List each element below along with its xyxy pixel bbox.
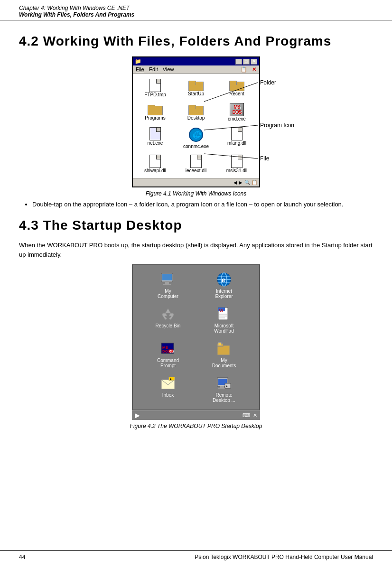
svg-text:e: e bbox=[222, 276, 225, 284]
desktop-item-recycle[interactable]: Recycle Bin bbox=[142, 305, 194, 335]
menu-icon[interactable]: 📋 bbox=[241, 66, 247, 73]
globe-icon: 🌐 bbox=[189, 128, 203, 142]
page-number: 44 bbox=[19, 554, 25, 560]
svg-text:C:\: C:\ bbox=[169, 350, 174, 353]
ie-label: InternetExplorer bbox=[215, 289, 233, 299]
svg-text:▸: ▸ bbox=[226, 384, 228, 388]
desktop-item-command-prompt[interactable]: MS DOS C:\ CommandPrompt bbox=[142, 339, 194, 370]
file-explorer-window: 📁 _ □ ✕ File Edit View 📋 ✕ bbox=[132, 56, 260, 187]
bullet-list: Double-tap on the appropriate icon – a f… bbox=[19, 200, 373, 209]
svg-text:Folder: Folder bbox=[260, 79, 276, 86]
start-icon: ▶ bbox=[135, 411, 140, 419]
recycle-label: Recycle Bin bbox=[156, 323, 181, 328]
wordpad-icon: W bbox=[216, 307, 232, 322]
file-item-netexe[interactable]: net.exe bbox=[136, 125, 175, 151]
file-item-mlang[interactable]: mlang.dll bbox=[217, 125, 256, 151]
figure-41-caption: Figure 4.1 Working With Windows Icons bbox=[146, 190, 247, 197]
file-item-msls31[interactable]: msls31.dll bbox=[217, 153, 256, 175]
startup-desktop: MyComputer e InternetExplorer bbox=[132, 264, 260, 410]
figure-41-outer: 📁 _ □ ✕ File Edit View 📋 ✕ bbox=[77, 56, 315, 187]
cmd-svg: MS DOS C:\ bbox=[160, 341, 176, 356]
section-title: Working With Files, Folders And Programs bbox=[19, 11, 373, 18]
section-42-heading: 4.2 Working With Files, Folders And Prog… bbox=[19, 34, 373, 49]
file-item-connmc[interactable]: 🌐 connmc.exe bbox=[177, 125, 215, 151]
statusbar-nav: 🔍 📋 bbox=[244, 180, 257, 185]
file-grid: FTPD.tmp StartUp Recent Programs bbox=[133, 74, 259, 178]
wordpad-label: MicrosoftWordPad bbox=[214, 323, 234, 334]
bullet-item-1: Double-tap on the appropriate icon – a f… bbox=[32, 200, 373, 209]
file-item-shlwapi[interactable]: shlwapi.dll bbox=[136, 153, 175, 175]
wordpad-svg: W bbox=[216, 307, 232, 322]
minimize-button[interactable]: _ bbox=[235, 59, 242, 65]
figure-42-caption: Figure 4.2 The WORKABOUT PRO Startup Des… bbox=[130, 423, 262, 429]
statusbar-icons: ◀ ▶ bbox=[233, 180, 243, 185]
file-item-startup[interactable]: StartUp bbox=[177, 77, 215, 99]
menubar: File Edit View 📋 ✕ bbox=[133, 65, 259, 74]
file-item-recent[interactable]: Recent bbox=[217, 77, 256, 99]
desktop-item-remote[interactable]: ▸ RemoteDesktop ... bbox=[198, 374, 250, 405]
file-icon-net bbox=[149, 127, 161, 140]
folder-icon-programs bbox=[148, 103, 163, 115]
mydocs-label: MyDocuments bbox=[212, 358, 236, 368]
titlebar: 📁 _ □ ✕ bbox=[133, 57, 259, 65]
inbox-label: Inbox bbox=[162, 392, 174, 398]
folder-icon-desktop bbox=[188, 103, 204, 115]
figure-42-container: MyComputer e InternetExplorer bbox=[19, 264, 373, 429]
svg-text:▸: ▸ bbox=[170, 377, 172, 381]
svg-rect-35 bbox=[220, 386, 224, 388]
folder-icon-recent bbox=[229, 79, 244, 91]
inbox-icon: ▸ bbox=[160, 376, 176, 391]
mydocs-svg bbox=[216, 342, 232, 356]
file-item-ftpd[interactable]: FTPD.tmp bbox=[136, 77, 175, 99]
file-item-cmdexe[interactable]: MSDOS cmd.exe bbox=[217, 101, 256, 123]
page-footer: 44 Psion Teklogix WORKABOUT PRO Hand-Hel… bbox=[0, 550, 392, 563]
desktop-item-inbox[interactable]: ▸ Inbox bbox=[142, 374, 194, 405]
mydocs-icon bbox=[216, 341, 232, 356]
figure-41-container: 📁 _ □ ✕ File Edit View 📋 ✕ bbox=[19, 56, 373, 197]
keyboard-icon: ⌨ bbox=[243, 412, 250, 419]
computer-svg bbox=[160, 272, 176, 287]
restore-button[interactable]: □ bbox=[243, 59, 250, 65]
page-header: Chapter 4: Working With Windows CE .NET … bbox=[0, 0, 392, 20]
menu-edit[interactable]: Edit bbox=[149, 66, 158, 73]
close-button[interactable]: ✕ bbox=[251, 59, 257, 65]
desktop-item-mycomputer[interactable]: MyComputer bbox=[142, 270, 194, 301]
main-content: 4.2 Working With Files, Folders And Prog… bbox=[0, 20, 392, 442]
desktop-taskbar: ▶ ⌨ ✕ bbox=[132, 410, 260, 420]
recycle-icon bbox=[160, 307, 176, 322]
menu-view[interactable]: View bbox=[163, 66, 174, 73]
taskbar-right: ⌨ ✕ bbox=[243, 412, 257, 419]
svg-text:W: W bbox=[219, 308, 224, 313]
file-icon-shlwapi bbox=[149, 155, 161, 168]
remote-svg: ▸ bbox=[216, 377, 232, 390]
titlebar-text: 📁 bbox=[135, 58, 141, 65]
mycomputer-icon bbox=[160, 272, 176, 287]
menu-file[interactable]: File bbox=[136, 66, 144, 73]
close-x[interactable]: ✕ bbox=[252, 66, 256, 73]
program-icon-connmc: 🌐 bbox=[188, 127, 204, 142]
command-prompt-icon: MS DOS C:\ bbox=[160, 341, 176, 356]
desktop-item-mydocs[interactable]: MyDocuments bbox=[198, 339, 250, 370]
file-item-desktop[interactable]: Desktop bbox=[177, 101, 215, 123]
folder-icon-startup bbox=[188, 79, 204, 91]
command-prompt-label: CommandPrompt bbox=[157, 358, 179, 368]
svg-rect-29 bbox=[218, 343, 221, 345]
svg-text:Program  Icon: Program Icon bbox=[260, 122, 294, 129]
svg-rect-36 bbox=[218, 388, 225, 389]
titlebar-buttons: _ □ ✕ bbox=[235, 59, 257, 65]
file-icon-msls31 bbox=[231, 155, 243, 168]
program-icon-cmd: MSDOS bbox=[230, 103, 244, 116]
ie-svg: e bbox=[216, 272, 232, 287]
file-item-ieceext[interactable]: ieceext.dll bbox=[177, 153, 215, 175]
remote-icon: ▸ bbox=[216, 376, 232, 391]
desktop-item-ie[interactable]: e InternetExplorer bbox=[198, 270, 250, 301]
svg-rect-7 bbox=[162, 274, 172, 280]
inbox-svg: ▸ bbox=[160, 377, 176, 390]
desktop-item-wordpad[interactable]: W MicrosoftWordPad bbox=[198, 305, 250, 335]
recycle-svg bbox=[160, 307, 176, 322]
remote-label: RemoteDesktop ... bbox=[213, 392, 235, 403]
file-icon-ieceext bbox=[190, 155, 202, 168]
svg-rect-9 bbox=[163, 284, 171, 285]
file-icon-mlang bbox=[231, 127, 243, 140]
file-item-programs[interactable]: Programs bbox=[136, 101, 175, 123]
